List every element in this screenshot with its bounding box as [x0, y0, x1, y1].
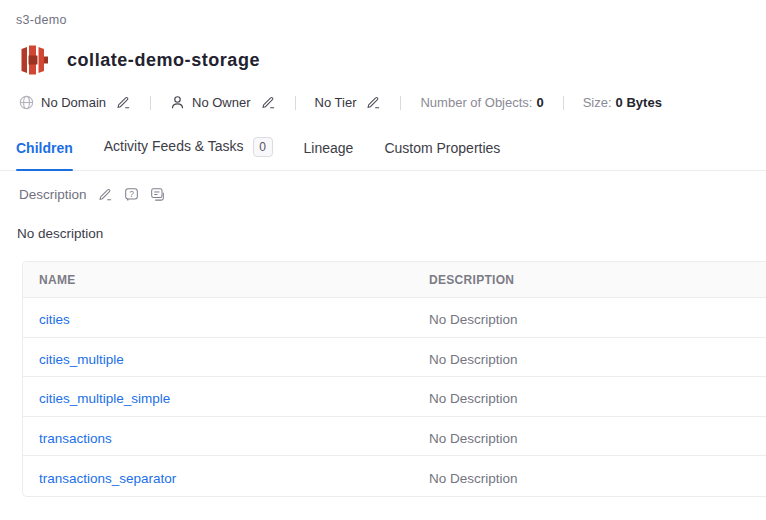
tab-children-label: Children — [16, 140, 73, 156]
description-heading: Description — [19, 187, 87, 202]
description-header: Description ? — [19, 187, 766, 202]
owner-meta: No Owner — [170, 95, 276, 110]
activity-count-badge: 0 — [253, 137, 273, 157]
size-meta: Size: 0 Bytes — [583, 95, 662, 110]
row-name-link[interactable]: transactions_separator — [39, 471, 176, 486]
row-name-link[interactable]: cities — [39, 312, 70, 327]
column-header-name: NAME — [23, 273, 413, 287]
objects-label: Number of Objects: — [420, 95, 532, 110]
title-row: collate-demo-storage — [20, 44, 766, 76]
page-title: collate-demo-storage — [67, 50, 260, 71]
row-description: No Description — [413, 391, 518, 406]
edit-tier-icon[interactable] — [366, 95, 381, 110]
tab-children[interactable]: Children — [16, 140, 73, 170]
svg-text:?: ? — [129, 189, 134, 199]
objects-value: 0 — [536, 95, 543, 110]
table-row: cities No Description — [23, 298, 766, 338]
row-description: No Description — [413, 431, 518, 446]
owner-label: No Owner — [192, 95, 251, 110]
breadcrumb[interactable]: s3-demo — [16, 0, 766, 27]
meta-row: No Domain No Owner — [19, 95, 766, 110]
meta-divider — [295, 96, 296, 110]
table-row: cities_multiple No Description — [23, 338, 766, 378]
table-row: transactions No Description — [23, 417, 766, 457]
description-empty-text: No description — [17, 226, 766, 241]
row-name-cell: cities_multiple_simple — [23, 391, 413, 406]
domain-label: No Domain — [41, 95, 106, 110]
tab-bar: Children Activity Feeds & Tasks 0 Lineag… — [0, 133, 766, 171]
row-name-link[interactable]: cities_multiple — [39, 352, 124, 367]
row-name-cell: cities_multiple — [23, 352, 413, 367]
row-description: No Description — [413, 471, 518, 486]
objects-meta: Number of Objects: 0 — [420, 95, 543, 110]
tab-lineage-label: Lineage — [304, 140, 354, 156]
table-body: cities No Description cities_multiple No… — [23, 298, 766, 496]
tier-label: No Tier — [315, 95, 357, 110]
meta-divider — [563, 96, 564, 110]
comments-icon[interactable] — [150, 187, 165, 202]
row-description: No Description — [413, 352, 518, 367]
globe-icon — [19, 95, 34, 110]
row-name-link[interactable]: transactions — [39, 431, 112, 446]
tab-activity-feeds-label: Activity Feeds & Tasks — [104, 138, 244, 154]
table-row: cities_multiple_simple No Description — [23, 377, 766, 417]
row-name-link[interactable]: cities_multiple_simple — [39, 391, 170, 406]
row-description: No Description — [413, 312, 518, 327]
request-description-icon[interactable]: ? — [124, 187, 139, 202]
edit-domain-icon[interactable] — [116, 95, 131, 110]
tab-lineage[interactable]: Lineage — [304, 140, 354, 170]
domain-meta: No Domain — [19, 95, 131, 110]
tab-activity-feeds[interactable]: Activity Feeds & Tasks 0 — [104, 136, 273, 170]
children-table: NAME DESCRIPTION cities No Description c… — [22, 261, 766, 497]
s3-bucket-icon — [20, 44, 48, 76]
column-header-description: DESCRIPTION — [413, 273, 514, 287]
table-header: NAME DESCRIPTION — [23, 262, 766, 298]
table-row: transactions_separator No Description — [23, 456, 766, 496]
entity-page: s3-demo collate-demo-storage No Domai — [0, 0, 766, 497]
breadcrumb-service[interactable]: s3-demo — [16, 13, 67, 27]
size-label: Size: — [583, 95, 612, 110]
row-name-cell: transactions — [23, 431, 413, 446]
tab-custom-properties[interactable]: Custom Properties — [384, 140, 500, 170]
tab-custom-properties-label: Custom Properties — [384, 140, 500, 156]
row-name-cell: cities — [23, 312, 413, 327]
meta-divider — [400, 96, 401, 110]
edit-owner-icon[interactable] — [261, 95, 276, 110]
row-name-cell: transactions_separator — [23, 471, 413, 486]
size-value: 0 Bytes — [616, 95, 662, 110]
edit-description-icon[interactable] — [98, 187, 113, 202]
user-icon — [170, 95, 185, 110]
meta-divider — [150, 96, 151, 110]
tier-meta: No Tier — [315, 95, 382, 110]
